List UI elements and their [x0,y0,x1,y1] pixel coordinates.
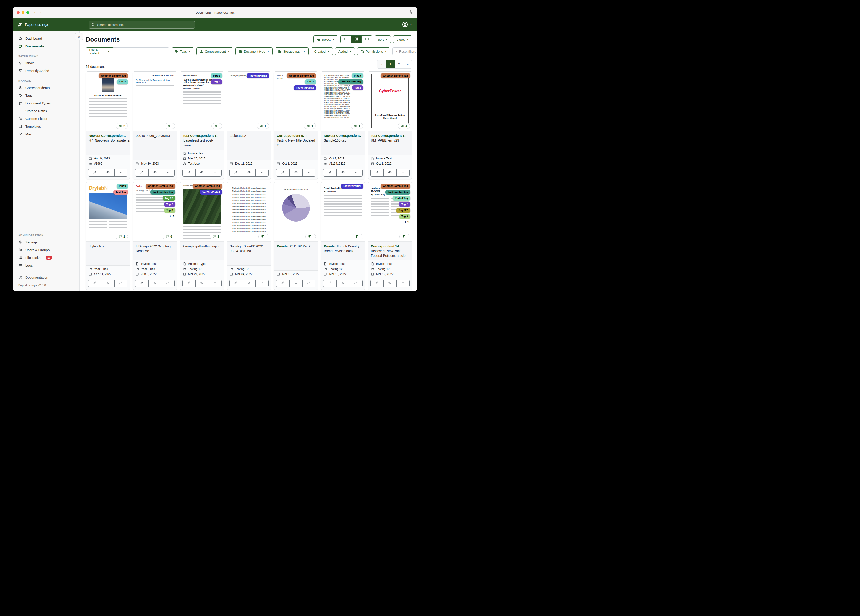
document-title[interactable]: drylab Test [86,242,130,265]
tag-chip[interactable]: Tag 2 [211,79,222,84]
edit-document-button[interactable] [88,169,101,176]
comment-count-pill[interactable] [353,234,363,239]
sidebar-item-inbox[interactable]: Inbox [13,59,79,67]
sidebar-item-custom-fields[interactable]: Custom Fields [13,115,79,123]
tag-chip[interactable]: Another Sample Tag [146,184,175,189]
tag-chip[interactable]: Just another tag [385,190,410,195]
sidebar-item-mail[interactable]: Mail [13,130,79,138]
select-dropdown[interactable]: Select▼ [313,35,338,43]
tag-chip[interactable]: Just another tag [339,79,363,84]
edit-document-button[interactable] [229,169,242,176]
download-document-button[interactable] [396,169,410,176]
sidebar-item-storage-paths[interactable]: Storage Paths [13,107,79,115]
edit-document-button[interactable] [276,169,289,176]
document-title[interactable]: Private: French Country Bread Revised.do… [321,242,365,260]
document-title[interactable]: Correspondent 9: 1 Testing New Title Upd… [274,131,318,160]
filter-permissions-button[interactable]: Permissions▼ [357,47,390,55]
document-card[interactable]: This is a test for the double space char… [227,182,271,290]
sidebar-item-dashboard[interactable]: Dashboard [13,35,79,42]
tag-chip[interactable]: TagWithPartial [341,184,363,189]
view-document-button[interactable] [242,169,255,176]
grid-view-button[interactable] [351,36,361,43]
view-document-button[interactable] [289,169,302,176]
document-preview[interactable]: Serial Number,Company Name,Employ 978818… [321,72,365,131]
sidebar-item-document-types[interactable]: Document Types [13,99,79,107]
sidebar-collapse-button[interactable]: « [75,33,83,40]
view-document-button[interactable] [101,280,114,287]
views-dropdown[interactable]: Views▼ [393,35,412,43]
document-card[interactable]: AdobeInDesign Scripting Documentation An… [133,182,177,290]
sidebar-item-logs[interactable]: Logs [13,261,79,269]
document-preview[interactable]: This is a test for the double space char… [227,182,271,242]
tag-chip[interactable]: Tag 2 [352,85,363,90]
view-document-button[interactable] [383,280,396,287]
tag-chip[interactable]: Partial Tag [393,196,410,201]
document-preview[interactable]: French Country BreadFor the Leaven TagWi… [321,182,365,242]
detail-view-button[interactable] [361,36,372,43]
document-card[interactable]: Medical TeacherHas the new Kirkpatrick g… [180,71,224,179]
filter-document-type-button[interactable]: Document type▼ [235,47,273,55]
list-view-button[interactable] [341,36,351,43]
comment-count-pill[interactable] [212,123,222,129]
view-document-button[interactable] [336,280,349,287]
tag-chip[interactable]: Inbox [304,79,316,84]
download-document-button[interactable] [302,280,315,287]
download-document-button[interactable] [349,169,362,176]
tag-chip[interactable]: Another Sample Tag [287,73,316,78]
download-document-button[interactable] [255,280,268,287]
comment-count-pill[interactable]: 6 [163,234,175,239]
download-document-button[interactable] [114,280,127,287]
view-document-button[interactable] [383,169,396,176]
download-document-button[interactable] [302,169,315,176]
filter-correspondent-button[interactable]: Correspondent▼ [196,47,233,55]
document-preview[interactable]: CyberPowerPowerPanel® Business Edition U… [368,72,412,131]
filter-tags-button[interactable]: Tags▼ [171,47,194,55]
view-document-button[interactable] [289,280,302,287]
edit-document-button[interactable] [183,280,195,287]
document-title[interactable]: Newest Correspondent: H7_Napoleon_Bonapa… [86,131,130,155]
search-field-selector[interactable]: Title & content▼ [86,47,113,55]
tag-chip[interactable]: Inbox [211,73,222,78]
view-document-button[interactable] [242,280,255,287]
download-document-button[interactable] [161,169,174,176]
tag-chip[interactable]: Another Sample Tag [193,184,222,189]
sidebar-item-users-groups[interactable]: Users & Groups [13,246,79,254]
tag-chip[interactable]: Tag 2 [399,202,410,207]
document-title[interactable]: 0004814539_20230531 [133,131,177,160]
document-title[interactable]: Private: 2011 BP Pie 2 [274,242,318,270]
tag-chip[interactable]: Inbox [117,79,128,84]
sidebar-item-documents[interactable]: Documents [13,42,79,50]
document-title[interactable]: tablerates2 [227,131,271,160]
document-preview[interactable]: Country,Region/State,” TagWithPartial 1 [227,72,271,131]
reset-filters-button[interactable]: ×Reset filters [392,47,417,55]
document-preview[interactable]: AdobeInDesign Scripting Documentation An… [133,182,177,242]
tag-chip[interactable]: TagWithPartial [247,73,269,78]
edit-document-button[interactable] [323,280,336,287]
view-document-button[interactable] [148,280,161,287]
document-title[interactable]: Correspondent 14: Review-of-New-York-Fed… [368,242,412,260]
browser-forward-button[interactable]: › [40,10,41,15]
tag-chip[interactable]: Inbox [117,184,128,189]
edit-document-button[interactable] [370,280,383,287]
close-window-button[interactable] [17,11,20,14]
search-input[interactable] [97,23,192,27]
minimize-window-button[interactable] [22,11,24,14]
comment-count-pill[interactable]: 4 [398,123,410,129]
download-document-button[interactable] [255,169,268,176]
sidebar-item-templates[interactable]: Templates [13,123,79,130]
comment-count-pill[interactable]: 2 [116,123,128,129]
document-title[interactable]: Newest Correspondent: Sample100.csv [321,131,365,155]
document-preview[interactable]: one,1.0 five,5.0 Another Sample TagInbox… [274,72,318,131]
filter-text-input[interactable] [113,47,169,55]
sidebar-item-recently-added[interactable]: Recently Added [13,67,79,75]
edit-document-button[interactable] [323,169,336,176]
download-document-button[interactable] [161,280,174,287]
pagination-item-»[interactable]: » [403,60,412,68]
tag-chip[interactable]: Test Tag [113,190,129,195]
edit-document-button[interactable] [229,280,242,287]
edit-document-button[interactable] [183,169,195,176]
filter-storage-path-button[interactable]: Storage path▼ [275,47,309,55]
global-search[interactable] [89,20,195,29]
download-document-button[interactable] [208,169,221,176]
app-brand[interactable]: Paperless-ngx [17,22,48,27]
